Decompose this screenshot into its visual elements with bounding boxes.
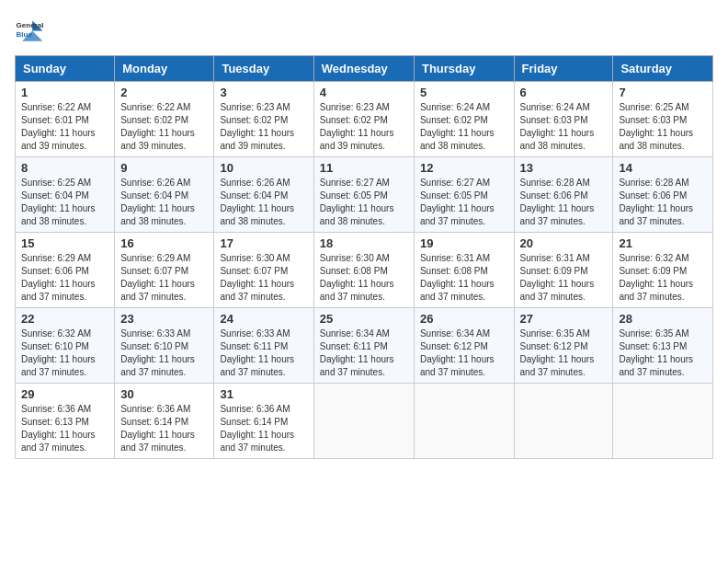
day-number: 9 [120, 161, 208, 175]
day-number: 20 [520, 236, 608, 250]
calendar-day-cell: 3Sunrise: 6:23 AMSunset: 6:02 PMDaylight… [214, 82, 313, 157]
day-info: Sunrise: 6:32 AMSunset: 6:10 PMDaylight:… [21, 327, 108, 379]
day-number: 3 [220, 86, 307, 99]
calendar-day-cell: 22Sunrise: 6:32 AMSunset: 6:10 PMDayligh… [16, 308, 115, 384]
calendar-week-row: 8Sunrise: 6:25 AMSunset: 6:04 PMDaylight… [16, 157, 713, 233]
day-info: Sunrise: 6:33 AMSunset: 6:10 PMDaylight:… [120, 327, 208, 379]
calendar-day-cell: 6Sunrise: 6:24 AMSunset: 6:03 PMDaylight… [514, 82, 613, 157]
col-thursday: Thursday [414, 56, 514, 82]
day-info: Sunrise: 6:26 AMSunset: 6:04 PMDaylight:… [120, 177, 208, 228]
calendar-body: 1Sunrise: 6:22 AMSunset: 6:01 PMDaylight… [16, 82, 713, 459]
calendar-day-cell: 28Sunrise: 6:35 AMSunset: 6:13 PMDayligh… [613, 308, 713, 384]
calendar-day-cell: 26Sunrise: 6:34 AMSunset: 6:12 PMDayligh… [414, 308, 514, 384]
day-info: Sunrise: 6:27 AMSunset: 6:05 PMDaylight:… [320, 177, 408, 228]
calendar-day-cell: 2Sunrise: 6:22 AMSunset: 6:02 PMDaylight… [115, 82, 214, 157]
day-info: Sunrise: 6:36 AMSunset: 6:13 PMDaylight:… [21, 403, 108, 454]
day-info: Sunrise: 6:23 AMSunset: 6:02 PMDaylight:… [220, 101, 307, 153]
calendar-day-cell: 17Sunrise: 6:30 AMSunset: 6:07 PMDayligh… [214, 233, 313, 308]
calendar-day-cell: 25Sunrise: 6:34 AMSunset: 6:11 PMDayligh… [313, 308, 414, 384]
calendar-day-cell: 5Sunrise: 6:24 AMSunset: 6:02 PMDaylight… [414, 82, 514, 157]
day-info: Sunrise: 6:30 AMSunset: 6:07 PMDaylight:… [220, 252, 307, 304]
calendar-day-cell: 27Sunrise: 6:35 AMSunset: 6:12 PMDayligh… [514, 308, 613, 384]
day-info: Sunrise: 6:27 AMSunset: 6:05 PMDaylight:… [420, 177, 508, 228]
day-number: 27 [520, 312, 608, 326]
day-info: Sunrise: 6:28 AMSunset: 6:06 PMDaylight:… [619, 177, 707, 228]
calendar-table: Sunday Monday Tuesday Wednesday Thursday… [15, 55, 713, 459]
day-number: 18 [320, 236, 408, 250]
calendar-day-cell: 11Sunrise: 6:27 AMSunset: 6:05 PMDayligh… [313, 157, 414, 233]
day-info: Sunrise: 6:25 AMSunset: 6:04 PMDaylight:… [21, 177, 108, 228]
day-number: 25 [320, 312, 408, 326]
day-number: 19 [420, 236, 508, 250]
calendar-day-cell: 15Sunrise: 6:29 AMSunset: 6:06 PMDayligh… [16, 233, 115, 308]
day-number: 26 [420, 312, 508, 326]
day-number: 24 [220, 312, 307, 326]
day-number: 22 [21, 312, 108, 326]
day-info: Sunrise: 6:31 AMSunset: 6:09 PMDaylight:… [520, 252, 608, 304]
day-number: 15 [21, 236, 108, 250]
logo-icon: General Blue [15, 15, 44, 44]
day-number: 29 [21, 387, 108, 401]
calendar-day-cell [514, 384, 613, 459]
calendar-day-cell: 29Sunrise: 6:36 AMSunset: 6:13 PMDayligh… [16, 384, 115, 459]
day-number: 13 [520, 161, 608, 175]
col-sunday: Sunday [16, 56, 115, 82]
calendar-week-row: 15Sunrise: 6:29 AMSunset: 6:06 PMDayligh… [16, 233, 713, 308]
calendar-day-cell [613, 384, 713, 459]
day-info: Sunrise: 6:34 AMSunset: 6:11 PMDaylight:… [320, 327, 408, 379]
calendar-day-cell: 7Sunrise: 6:25 AMSunset: 6:03 PMDaylight… [613, 82, 713, 157]
day-number: 7 [619, 86, 707, 99]
day-info: Sunrise: 6:25 AMSunset: 6:03 PMDaylight:… [619, 101, 707, 153]
day-number: 31 [220, 387, 307, 401]
day-number: 30 [120, 387, 208, 401]
calendar-day-cell: 12Sunrise: 6:27 AMSunset: 6:05 PMDayligh… [414, 157, 514, 233]
page-header: General Blue [15, 15, 713, 44]
calendar-day-cell: 19Sunrise: 6:31 AMSunset: 6:08 PMDayligh… [414, 233, 514, 308]
calendar-week-row: 29Sunrise: 6:36 AMSunset: 6:13 PMDayligh… [16, 384, 713, 459]
day-number: 12 [420, 161, 508, 175]
day-info: Sunrise: 6:36 AMSunset: 6:14 PMDaylight:… [220, 403, 307, 454]
day-info: Sunrise: 6:34 AMSunset: 6:12 PMDaylight:… [420, 327, 508, 379]
day-info: Sunrise: 6:22 AMSunset: 6:02 PMDaylight:… [120, 101, 208, 153]
calendar-day-cell: 24Sunrise: 6:33 AMSunset: 6:11 PMDayligh… [214, 308, 313, 384]
day-info: Sunrise: 6:31 AMSunset: 6:08 PMDaylight:… [420, 252, 508, 304]
col-tuesday: Tuesday [214, 56, 313, 82]
day-info: Sunrise: 6:24 AMSunset: 6:02 PMDaylight:… [420, 101, 508, 153]
day-number: 2 [120, 86, 208, 99]
calendar-day-cell: 16Sunrise: 6:29 AMSunset: 6:07 PMDayligh… [115, 233, 214, 308]
day-number: 1 [21, 86, 108, 99]
day-info: Sunrise: 6:23 AMSunset: 6:02 PMDaylight:… [320, 101, 408, 153]
col-saturday: Saturday [613, 56, 713, 82]
day-number: 5 [420, 86, 508, 99]
day-info: Sunrise: 6:22 AMSunset: 6:01 PMDaylight:… [21, 101, 108, 153]
day-info: Sunrise: 6:29 AMSunset: 6:07 PMDaylight:… [120, 252, 208, 304]
day-number: 21 [619, 236, 707, 250]
day-number: 11 [320, 161, 408, 175]
svg-text:General: General [17, 21, 44, 29]
calendar-day-cell [313, 384, 414, 459]
calendar-day-cell: 21Sunrise: 6:32 AMSunset: 6:09 PMDayligh… [613, 233, 713, 308]
calendar-day-cell: 8Sunrise: 6:25 AMSunset: 6:04 PMDaylight… [16, 157, 115, 233]
calendar-week-row: 1Sunrise: 6:22 AMSunset: 6:01 PMDaylight… [16, 82, 713, 157]
day-info: Sunrise: 6:30 AMSunset: 6:08 PMDaylight:… [320, 252, 408, 304]
calendar-day-cell: 9Sunrise: 6:26 AMSunset: 6:04 PMDaylight… [115, 157, 214, 233]
calendar-day-cell: 23Sunrise: 6:33 AMSunset: 6:10 PMDayligh… [115, 308, 214, 384]
day-number: 4 [320, 86, 408, 99]
col-friday: Friday [514, 56, 613, 82]
calendar-week-row: 22Sunrise: 6:32 AMSunset: 6:10 PMDayligh… [16, 308, 713, 384]
day-number: 17 [220, 236, 307, 250]
calendar-day-cell: 10Sunrise: 6:26 AMSunset: 6:04 PMDayligh… [214, 157, 313, 233]
day-info: Sunrise: 6:32 AMSunset: 6:09 PMDaylight:… [619, 252, 707, 304]
col-wednesday: Wednesday [313, 56, 414, 82]
day-number: 16 [120, 236, 208, 250]
calendar-day-cell: 30Sunrise: 6:36 AMSunset: 6:14 PMDayligh… [115, 384, 214, 459]
day-info: Sunrise: 6:26 AMSunset: 6:04 PMDaylight:… [220, 177, 307, 228]
day-number: 23 [120, 312, 208, 326]
day-info: Sunrise: 6:35 AMSunset: 6:13 PMDaylight:… [619, 327, 707, 379]
col-monday: Monday [115, 56, 214, 82]
day-number: 14 [619, 161, 707, 175]
calendar-day-cell: 1Sunrise: 6:22 AMSunset: 6:01 PMDaylight… [16, 82, 115, 157]
day-number: 6 [520, 86, 608, 99]
calendar-day-cell [414, 384, 514, 459]
logo: General Blue [15, 15, 48, 44]
